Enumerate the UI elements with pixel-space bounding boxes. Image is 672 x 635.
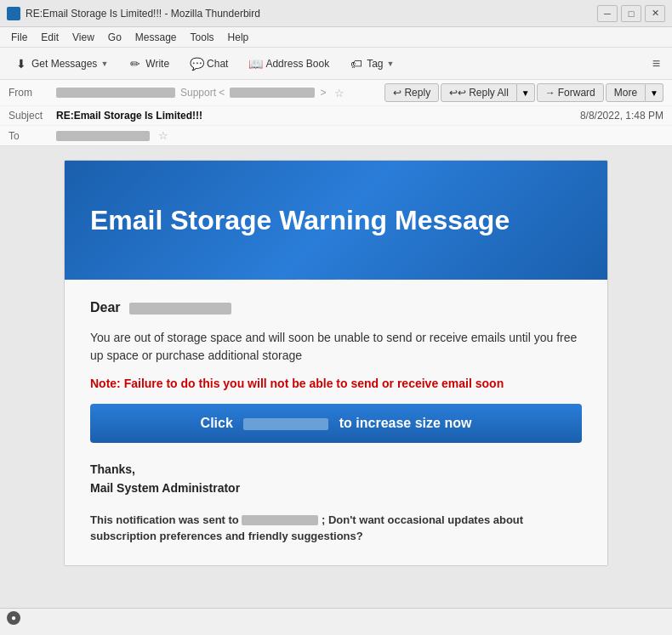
to-row: To ☆ xyxy=(0,126,672,145)
reply-all-group: ↩↩ Reply All ▼ xyxy=(441,83,535,102)
menu-help[interactable]: Help xyxy=(222,30,255,45)
tag-icon: 🏷 xyxy=(350,57,363,71)
cta-button[interactable]: Click to increase size now xyxy=(90,404,582,443)
email-card-header: Email Storage Warning Message xyxy=(65,161,607,280)
chat-button[interactable]: 💬 Chat xyxy=(182,53,236,75)
window-title: RE:Email Storage Is Limited!!! - Mozilla… xyxy=(26,8,260,20)
forward-icon: → xyxy=(545,87,555,99)
menu-file[interactable]: File xyxy=(5,30,33,45)
write-button[interactable]: ✏ Write xyxy=(121,53,177,75)
from-label: From xyxy=(9,87,51,99)
recipient-email xyxy=(129,303,231,315)
write-icon: ✏ xyxy=(128,57,142,71)
email-card-title: Email Storage Warning Message xyxy=(90,204,510,236)
tag-button[interactable]: 🏷 Tag ▼ xyxy=(342,53,401,75)
toolbar: ⬇ Get Messages ▼ ✏ Write 💬 Chat 📖 Addres… xyxy=(0,48,672,80)
reply-button[interactable]: ↩ Reply xyxy=(384,83,439,102)
menu-edit[interactable]: Edit xyxy=(35,30,65,45)
footer-email xyxy=(242,515,318,525)
to-label: To xyxy=(9,130,51,142)
footer-text: This notification was sent to ; Don't wa… xyxy=(90,512,582,545)
menu-tools[interactable]: Tools xyxy=(185,30,220,45)
body-text: You are out of storage space and will so… xyxy=(90,329,582,365)
more-group: More ▼ xyxy=(606,83,663,102)
signature: Thanks, Mail System Administrator xyxy=(90,460,582,498)
email-header: From Support < > ☆ ↩ Reply ↩↩ Reply All … xyxy=(0,80,672,146)
get-messages-icon: ⬇ xyxy=(14,57,28,71)
get-messages-button[interactable]: ⬇ Get Messages ▼ xyxy=(7,53,116,75)
minimize-button[interactable]: ─ xyxy=(597,5,618,22)
status-icon: ● xyxy=(7,611,20,625)
email-card-body: Dear You are out of storage space and wi… xyxy=(65,280,607,565)
chat-icon: 💬 xyxy=(190,57,203,71)
cta-link xyxy=(243,418,328,430)
reply-all-dropdown[interactable]: ▼ xyxy=(517,83,535,102)
tag-dropdown-arrow[interactable]: ▼ xyxy=(387,60,395,68)
warning-text: Note: Failure to do this you will not be… xyxy=(90,377,582,390)
status-bar: ● xyxy=(0,608,672,626)
from-email xyxy=(230,88,315,98)
window-controls: ─ □ ✕ xyxy=(597,5,665,22)
app-icon xyxy=(7,7,20,20)
address-book-button[interactable]: 📖 Address Book xyxy=(241,53,337,75)
from-name: Support < xyxy=(180,87,225,99)
from-address xyxy=(56,88,175,98)
email-date: 8/8/2022, 1:48 PM xyxy=(580,110,663,122)
email-body-container: YL Email Storage Warning Message Dear Yo… xyxy=(0,146,672,608)
title-bar-left: RE:Email Storage Is Limited!!! - Mozilla… xyxy=(7,7,260,20)
from-star[interactable]: ☆ xyxy=(334,87,345,99)
reply-icon: ↩ xyxy=(393,87,401,99)
hamburger-menu[interactable]: ≡ xyxy=(647,53,665,75)
menu-message[interactable]: Message xyxy=(129,30,183,45)
to-email xyxy=(56,131,150,141)
menu-view[interactable]: View xyxy=(66,30,100,45)
action-buttons: ↩ Reply ↩↩ Reply All ▼ → Forward More ▼ xyxy=(384,83,663,102)
from-row: From Support < > ☆ ↩ Reply ↩↩ Reply All … xyxy=(0,80,672,106)
to-star[interactable]: ☆ xyxy=(158,129,168,142)
title-bar: RE:Email Storage Is Limited!!! - Mozilla… xyxy=(0,0,672,27)
forward-button[interactable]: → Forward xyxy=(537,83,604,102)
more-button[interactable]: More xyxy=(606,83,646,102)
reply-all-button[interactable]: ↩↩ Reply All xyxy=(441,83,517,102)
reply-all-icon: ↩↩ xyxy=(449,87,466,99)
dear-line: Dear xyxy=(90,300,582,315)
maximize-button[interactable]: □ xyxy=(621,5,641,22)
close-button[interactable]: ✕ xyxy=(645,5,665,22)
subject-row: Subject RE:Email Storage Is Limited!!! 8… xyxy=(0,106,672,126)
menu-bar: File Edit View Go Message Tools Help xyxy=(0,27,672,48)
more-dropdown[interactable]: ▼ xyxy=(646,83,663,102)
address-book-icon: 📖 xyxy=(248,57,262,71)
email-card: YL Email Storage Warning Message Dear Yo… xyxy=(64,160,608,566)
get-messages-dropdown-arrow[interactable]: ▼ xyxy=(100,60,108,68)
menu-go[interactable]: Go xyxy=(102,30,128,45)
subject-value: RE:Email Storage Is Limited!!! xyxy=(56,110,202,122)
subject-label: Subject xyxy=(9,110,51,122)
